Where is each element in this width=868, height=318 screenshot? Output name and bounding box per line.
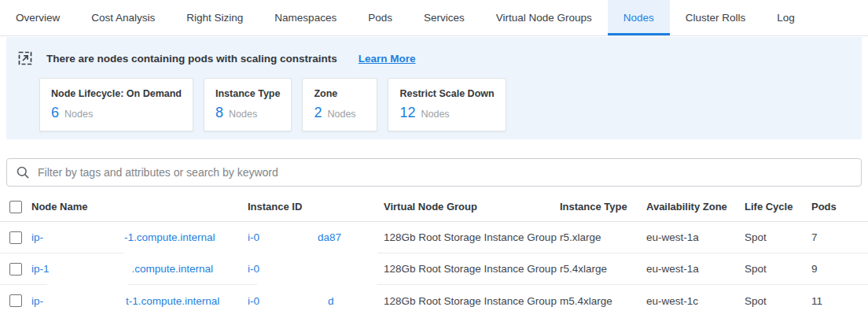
tab-nodes[interactable]: Nodes bbox=[608, 0, 670, 35]
redacted-text bbox=[50, 272, 132, 272]
col-instance-id: Instance ID bbox=[248, 201, 384, 213]
nodes-table: Node Name Instance ID Virtual Node Group… bbox=[0, 192, 868, 316]
card-restrict-scale-down[interactable]: Restrict Scale Down 12 Nodes bbox=[388, 78, 506, 131]
card-unit: Nodes bbox=[421, 109, 449, 120]
card-instance-type[interactable]: Instance Type 8 Nodes bbox=[204, 78, 292, 131]
card-title: Zone bbox=[314, 88, 366, 99]
scale-up-icon bbox=[17, 50, 33, 66]
node-name-link[interactable]: ip--1.compute.internal bbox=[31, 231, 248, 243]
instance-id-link[interactable]: i-0d bbox=[248, 295, 384, 307]
card-count: 6 bbox=[51, 105, 59, 121]
redacted-text bbox=[43, 304, 126, 305]
card-node-lifecycle[interactable]: Node Lifecycle: On Demand 6 Nodes bbox=[39, 78, 193, 131]
col-virtual-node-group: Virtual Node Group bbox=[384, 201, 560, 213]
table-row: ip--1.compute.internal i-0da87 128Gb Roo… bbox=[0, 222, 868, 253]
col-instance-type: Instance Type bbox=[560, 201, 646, 213]
scaling-constraints-banner: There are nodes containing pods with sca… bbox=[6, 37, 862, 139]
card-unit: Nodes bbox=[229, 109, 257, 120]
filter-search-bar[interactable] bbox=[6, 158, 862, 187]
availability-zone-cell: eu-west-1a bbox=[646, 231, 745, 243]
card-count: 8 bbox=[215, 105, 223, 121]
tab-overview[interactable]: Overview bbox=[0, 0, 75, 35]
table-row: ip-t-1.compute.internal i-0d 128Gb Root … bbox=[0, 285, 868, 316]
card-title: Instance Type bbox=[215, 88, 280, 99]
col-node-name: Node Name bbox=[31, 201, 248, 213]
tab-bar: Overview Cost Analysis Right Sizing Name… bbox=[0, 0, 868, 36]
card-title: Node Lifecycle: On Demand bbox=[51, 88, 182, 99]
banner-message: There are nodes containing pods with sca… bbox=[46, 53, 337, 65]
instance-type-cell: r5.xlarge bbox=[560, 231, 646, 243]
card-unit: Nodes bbox=[64, 109, 93, 120]
virtual-node-group-cell: 128Gb Root Storage Instance Group bbox=[384, 295, 560, 307]
tab-cost-analysis[interactable]: Cost Analysis bbox=[75, 0, 171, 35]
pods-count-cell: 9 bbox=[811, 263, 868, 275]
instance-type-cell: r5.4xlarge bbox=[560, 263, 646, 275]
search-input[interactable] bbox=[38, 166, 852, 179]
row-checkbox[interactable] bbox=[9, 263, 22, 275]
col-pods: Pods bbox=[811, 201, 868, 213]
virtual-node-group-cell: 128Gb Root Storage Instance Group bbox=[384, 231, 560, 243]
instance-type-cell: m5.4xlarge bbox=[560, 295, 646, 307]
constraint-cards: Node Lifecycle: On Demand 6 Nodes Instan… bbox=[39, 78, 851, 131]
row-checkbox[interactable] bbox=[9, 231, 22, 244]
tab-namespaces[interactable]: Namespaces bbox=[259, 0, 352, 35]
redacted-text bbox=[259, 304, 328, 305]
instance-id-link[interactable]: i-0 bbox=[248, 263, 384, 275]
availability-zone-cell: eu-west-1a bbox=[646, 263, 745, 275]
node-name-link[interactable]: ip-1.compute.internal bbox=[31, 263, 248, 275]
redacted-text bbox=[259, 240, 318, 241]
tab-log[interactable]: Log bbox=[761, 0, 811, 35]
table-row: ip-1.compute.internal i-0 128Gb Root Sto… bbox=[0, 253, 868, 285]
tab-cluster-rolls[interactable]: Cluster Rolls bbox=[670, 0, 762, 35]
virtual-node-group-cell: 128Gb Root Storage Instance Group bbox=[384, 263, 560, 275]
card-count: 12 bbox=[399, 105, 415, 121]
card-title: Restrict Scale Down bbox=[399, 88, 494, 99]
select-all-checkbox[interactable] bbox=[9, 201, 22, 213]
node-name-link[interactable]: ip-t-1.compute.internal bbox=[31, 295, 248, 307]
row-checkbox[interactable] bbox=[9, 294, 22, 307]
search-icon bbox=[16, 165, 31, 180]
life-cycle-cell: Spot bbox=[745, 263, 811, 275]
col-life-cycle: Life Cycle bbox=[745, 201, 811, 213]
learn-more-link[interactable]: Learn More bbox=[359, 53, 416, 65]
redacted-text bbox=[43, 240, 124, 241]
life-cycle-cell: Spot bbox=[745, 295, 811, 307]
pods-count-cell: 11 bbox=[811, 295, 868, 307]
card-zone[interactable]: Zone 2 Nodes bbox=[302, 78, 377, 131]
tab-pods[interactable]: Pods bbox=[352, 0, 408, 35]
instance-id-link[interactable]: i-0da87 bbox=[248, 231, 384, 243]
card-count: 2 bbox=[314, 105, 322, 121]
card-unit: Nodes bbox=[327, 109, 355, 120]
table-header-row: Node Name Instance ID Virtual Node Group… bbox=[0, 192, 868, 222]
tab-virtual-node-groups[interactable]: Virtual Node Groups bbox=[480, 0, 608, 35]
life-cycle-cell: Spot bbox=[745, 231, 811, 243]
tab-right-sizing[interactable]: Right Sizing bbox=[171, 0, 259, 35]
pods-count-cell: 7 bbox=[811, 231, 868, 243]
col-availability-zone: Availability Zone bbox=[646, 201, 745, 213]
availability-zone-cell: eu-west-1c bbox=[646, 295, 745, 307]
tab-services[interactable]: Services bbox=[408, 0, 480, 35]
